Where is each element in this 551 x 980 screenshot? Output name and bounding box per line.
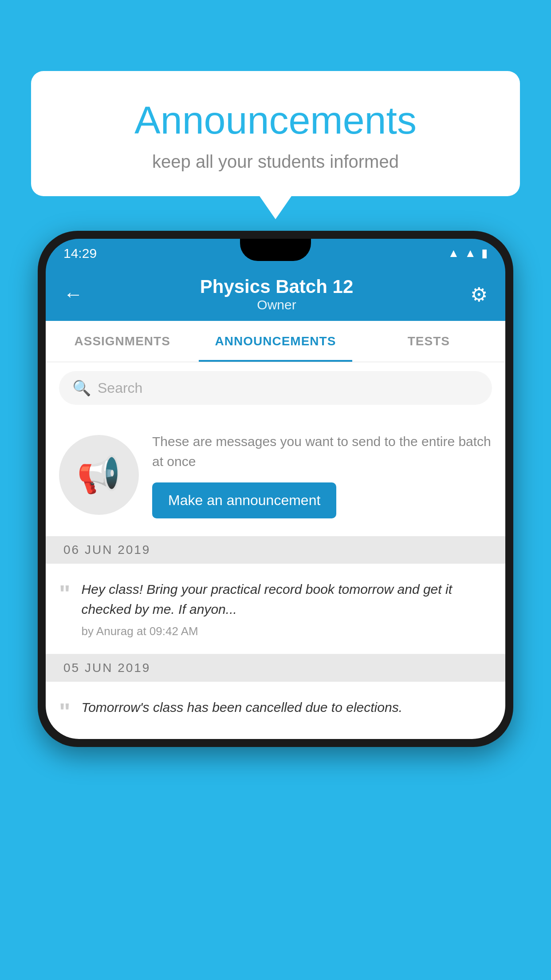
announcement-text-2: Tomorrow's class has been cancelled due … — [82, 697, 492, 717]
announcement-content-1: Hey class! Bring your practical record b… — [82, 579, 492, 638]
wifi-icon: ▲ — [448, 246, 460, 260]
promo-content: These are messages you want to send to t… — [152, 431, 492, 518]
speech-bubble: Announcements keep all your students inf… — [31, 71, 520, 196]
signal-icon: ▲ — [464, 246, 476, 260]
search-bar[interactable]: 🔍 Search — [59, 371, 492, 405]
search-placeholder: Search — [98, 380, 142, 396]
announcement-meta-1: by Anurag at 09:42 AM — [82, 624, 492, 638]
tab-announcements[interactable]: ANNOUNCEMENTS — [199, 321, 352, 362]
make-announcement-button[interactable]: Make an announcement — [152, 482, 336, 518]
notch — [240, 239, 311, 261]
header-title: Physics Batch 12 — [200, 276, 354, 297]
tab-tests[interactable]: TESTS — [352, 321, 505, 362]
search-container: 🔍 Search — [46, 362, 505, 414]
megaphone-icon: 📢 — [77, 454, 121, 496]
status-time: 14:29 — [63, 246, 97, 261]
announcement-item-2[interactable]: " Tomorrow's class has been cancelled du… — [46, 682, 505, 739]
date-separator-2: 05 JUN 2019 — [46, 654, 505, 682]
phone-inner: 14:29 ▲ ▲ ▮ ← Physics Batch 12 Owner ⚙ — [46, 239, 505, 739]
quote-icon-2: " — [59, 699, 71, 723]
app-header: ← Physics Batch 12 Owner ⚙ — [46, 268, 505, 321]
gear-icon[interactable]: ⚙ — [470, 283, 488, 306]
promo-description: These are messages you want to send to t… — [152, 431, 492, 471]
header-subtitle: Owner — [200, 297, 354, 312]
bubble-title: Announcements — [53, 98, 498, 143]
speech-bubble-container: Announcements keep all your students inf… — [31, 71, 520, 196]
tab-assignments[interactable]: ASSIGNMENTS — [46, 321, 199, 362]
bubble-subtitle: keep all your students informed — [53, 152, 498, 172]
header-center: Physics Batch 12 Owner — [200, 276, 354, 312]
status-bar: 14:29 ▲ ▲ ▮ — [46, 239, 505, 268]
announcement-item-1[interactable]: " Hey class! Bring your practical record… — [46, 564, 505, 654]
tabs-bar: ASSIGNMENTS ANNOUNCEMENTS TESTS — [46, 321, 505, 362]
date-label-1: 06 JUN 2019 — [63, 543, 150, 557]
announcement-content-2: Tomorrow's class has been cancelled due … — [82, 697, 492, 723]
quote-icon-1: " — [59, 581, 71, 605]
phone-outer: 14:29 ▲ ▲ ▮ ← Physics Batch 12 Owner ⚙ — [38, 231, 513, 747]
promo-section: 📢 These are messages you want to send to… — [46, 414, 505, 536]
announcement-text-1: Hey class! Bring your practical record b… — [82, 579, 492, 619]
search-icon: 🔍 — [72, 379, 91, 397]
status-icons: ▲ ▲ ▮ — [448, 246, 488, 260]
promo-icon-circle: 📢 — [59, 435, 139, 515]
date-separator-1: 06 JUN 2019 — [46, 536, 505, 564]
back-button[interactable]: ← — [63, 283, 83, 305]
phone-mockup: 14:29 ▲ ▲ ▮ ← Physics Batch 12 Owner ⚙ — [38, 231, 513, 747]
date-label-2: 05 JUN 2019 — [63, 661, 150, 675]
battery-icon: ▮ — [481, 246, 488, 260]
